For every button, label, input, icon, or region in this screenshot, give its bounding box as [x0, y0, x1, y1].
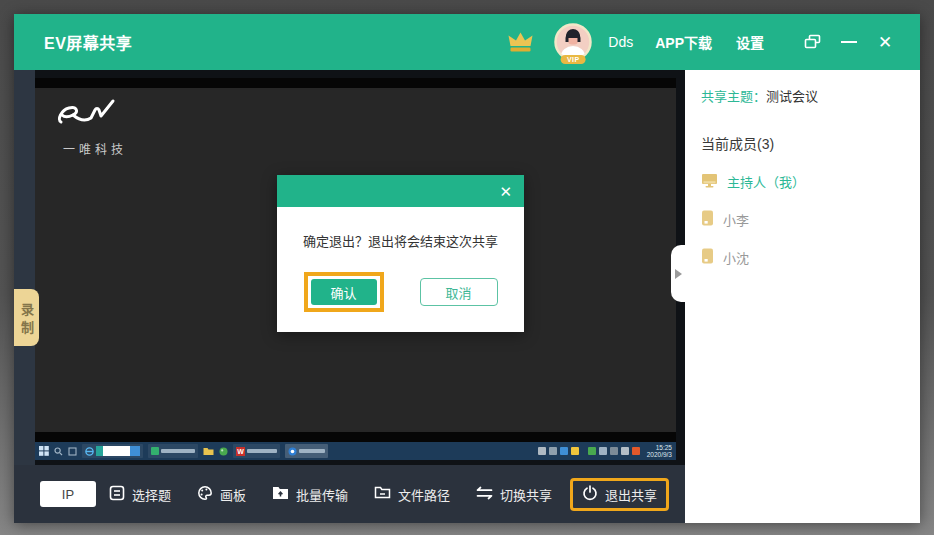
member-row: 小沈	[701, 248, 908, 267]
chevron-right-icon	[675, 269, 682, 279]
mobile-icon	[701, 248, 714, 267]
taskbar-ev-app-item	[148, 444, 198, 458]
ip-button[interactable]: IP	[40, 481, 96, 507]
tray-icon	[549, 447, 557, 455]
dialog-close-icon[interactable]: ✕	[499, 184, 512, 199]
tray-icon	[599, 447, 607, 455]
tool-exit-share[interactable]: 退出共享	[570, 478, 669, 511]
vip-crown-icon[interactable]	[507, 31, 534, 53]
taskbar-wps-item: W	[233, 444, 280, 458]
tray-icon	[538, 447, 546, 455]
share-topic-label: 共享主题：	[701, 89, 766, 104]
share-topic-value: 测试会议	[766, 89, 818, 104]
title-bar: EV屏幕共享	[14, 14, 920, 70]
cancel-button[interactable]: 取消	[420, 278, 498, 306]
confirm-highlight-box: 确认	[304, 272, 384, 312]
window-title-bar	[299, 449, 325, 453]
file-explorer-icon	[203, 447, 214, 456]
dialog-header: ✕	[277, 175, 524, 207]
taskbar-clock: 15:25 2020/9/3	[647, 444, 672, 458]
settings-link[interactable]: 设置	[736, 32, 764, 52]
toolbar-tools: 选择题 画板 批量传输	[101, 478, 669, 511]
app-download-link[interactable]: APP下载	[655, 32, 712, 52]
windows-start-icon	[39, 446, 49, 456]
member-row-host: 主持人（我）	[701, 172, 908, 191]
palette-icon	[197, 485, 213, 504]
app-title: EV屏幕共享	[44, 30, 132, 54]
tool-batch-transfer[interactable]: 批量传输	[264, 481, 356, 508]
user-avatar[interactable]: VIP	[554, 23, 592, 61]
record-tab[interactable]: 录制	[14, 289, 39, 346]
close-icon: ✕	[878, 34, 892, 51]
taskbar-green-icon	[219, 447, 228, 456]
minimize-icon	[841, 41, 857, 43]
window-title-bar	[161, 449, 195, 453]
dialog-buttons: 确认 取消	[277, 272, 524, 312]
switch-share-icon	[476, 486, 493, 503]
task-view-icon	[68, 447, 77, 456]
file-path-icon	[374, 485, 391, 503]
minimize-button[interactable]	[838, 31, 860, 53]
members-header: 当前成员(3)	[701, 133, 908, 153]
taskbar-search-box	[96, 446, 140, 456]
ev-logo-subtitle: 一唯科技	[63, 140, 131, 157]
left-edge-strip	[14, 70, 35, 465]
mobile-icon	[701, 210, 714, 229]
member-name: 小李	[723, 210, 749, 229]
tool-quiz[interactable]: 选择题	[101, 481, 179, 508]
tray-icon	[621, 447, 629, 455]
tray-icon	[632, 447, 640, 455]
ev-logo: 一唯科技	[55, 96, 131, 157]
desktop-icon	[701, 173, 718, 191]
vip-badge: VIP	[561, 55, 586, 64]
main-area: 一唯科技	[14, 70, 685, 523]
quiz-icon	[109, 485, 125, 504]
app-window: EV屏幕共享	[14, 14, 920, 523]
wps-icon: W	[236, 447, 245, 456]
confirm-button[interactable]: 确认	[311, 279, 377, 305]
restore-window-button[interactable]	[802, 31, 824, 53]
tray-icon	[610, 447, 618, 455]
taskbar-active-item	[285, 444, 328, 458]
system-tray: 15:25 2020/9/3	[538, 444, 672, 458]
ev-app-icon	[151, 447, 159, 455]
preview-windows-taskbar: W	[35, 442, 676, 460]
window-title-bar	[247, 449, 277, 453]
tray-icon	[571, 447, 579, 455]
close-window-button[interactable]: ✕	[874, 31, 896, 53]
member-sidebar: 共享主题：测试会议 当前成员(3) 主持人（我） 小李	[685, 70, 920, 523]
username-label[interactable]: Dds	[608, 34, 633, 50]
bottom-toolbar: IP 选择题 画板	[14, 465, 685, 523]
titlebar-right-group: VIP Dds APP下载 设置 ✕	[507, 23, 896, 61]
tool-whiteboard[interactable]: 画板	[189, 481, 254, 508]
taskbar-search-icon	[54, 447, 63, 456]
sidebar-collapse-handle[interactable]	[671, 245, 685, 302]
member-row: 小李	[701, 210, 908, 229]
tray-icon	[560, 447, 568, 455]
member-name: 主持人（我）	[727, 172, 805, 191]
share-content-area: 一唯科技	[14, 70, 685, 465]
desktop-background: EV屏幕共享	[0, 0, 934, 535]
tray-icon	[588, 447, 596, 455]
share-topic-row: 共享主题：测试会议	[701, 86, 908, 105]
taskbar-ie-item	[82, 444, 143, 458]
batch-transfer-icon	[272, 485, 289, 503]
exit-confirm-dialog: ✕ 确定退出？退出将会结束这次共享 确认 取消	[277, 175, 524, 332]
tool-file-path[interactable]: 文件路径	[366, 481, 458, 508]
tool-switch-share[interactable]: 切换共享	[468, 481, 560, 508]
dialog-body: 确定退出？退出将会结束这次共享 确认 取消	[277, 207, 524, 332]
member-name: 小沈	[723, 248, 749, 267]
power-icon	[582, 485, 598, 504]
dialog-message: 确定退出？退出将会结束这次共享	[277, 231, 524, 250]
